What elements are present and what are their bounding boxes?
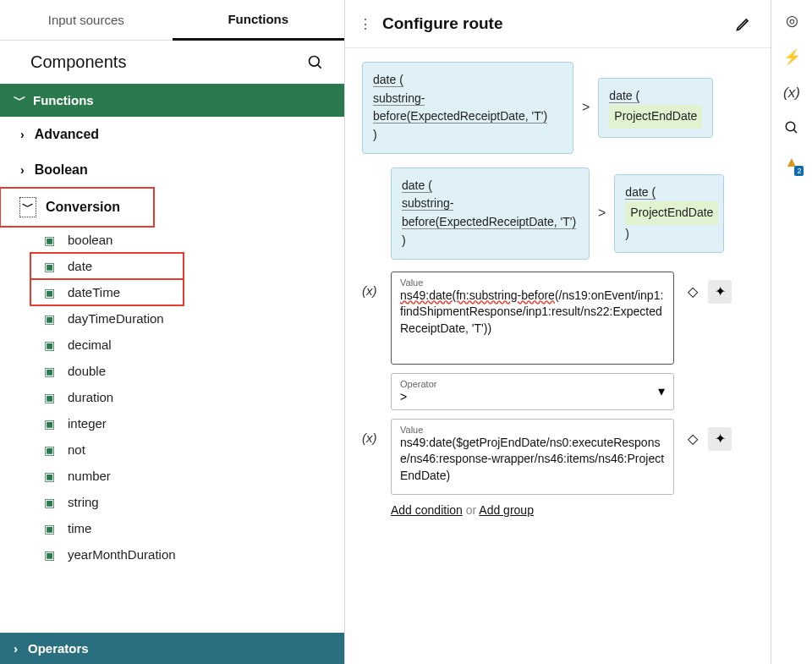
chevron-down-icon: ﹀ [14,92,26,108]
fn-decimal[interactable]: ▣decimal [0,332,344,358]
section-functions-label: Functions [33,93,94,107]
function-icon: ▣ [44,417,59,431]
svg-line-1 [318,64,321,68]
svg-point-0 [310,56,320,66]
function-icon: ▣ [44,365,59,378]
function-icon: ▣ [44,522,59,535]
group-advanced-label: Advanced [35,127,99,142]
fn-integer[interactable]: ▣integer [0,410,344,436]
chevron-right-icon: › [20,128,25,141]
fn-dateTime[interactable]: ▣dateTime [30,279,184,305]
expr-right-1[interactable]: date ( ProjectEndDate [598,78,713,138]
search-panel-icon[interactable] [784,120,799,135]
fn-number[interactable]: ▣number [0,463,344,489]
value-input-1[interactable]: Value ns49:date(fn:substring-before(/ns1… [391,272,674,365]
expr-left-2[interactable]: date ( substring-before(ExpectedReceiptD… [391,167,590,260]
value-row-2: (x) Value ns49:date($getProjEndDate/ns0:… [362,419,754,495]
section-operators-label: Operators [28,641,89,656]
chevron-right-icon: › [14,641,18,656]
settings-icon[interactable]: ✦ [708,427,732,451]
row-actions-1: ◇ ✦ [681,272,732,304]
page-title: Configure route [382,14,730,33]
section-operators[interactable]: › Operators [0,633,344,664]
function-icon: ▣ [44,496,59,509]
expr-right-2[interactable]: date ( ProjectEndDate ) [614,174,724,253]
function-icon: ▣ [44,286,59,299]
settings-icon[interactable]: ✦ [708,280,732,304]
value-input-2[interactable]: Value ns49:date($getProjEndDate/ns0:exec… [391,419,674,495]
function-icon: ▣ [44,338,59,352]
operator-select[interactable]: Operator > ▾ [391,373,674,410]
target-icon[interactable]: ◎ [786,12,798,30]
variable-panel-icon[interactable]: (x) [783,85,800,102]
fn-boolean[interactable]: ▣boolean [0,227,344,253]
fn-string[interactable]: ▣string [0,489,344,515]
chevron-right-icon: › [20,163,25,177]
function-icon: ▣ [44,443,59,457]
function-icon: ▣ [44,391,59,404]
svg-line-3 [793,129,797,133]
fn-dayTimeDuration[interactable]: ▣dayTimeDuration [0,305,344,332]
add-links: Add condition or Add group [391,503,754,517]
group-advanced[interactable]: › Advanced [0,117,344,152]
function-tree: › Advanced › Boolean ﹀ Conversion ▣boole… [0,117,344,633]
operator-symbol: > [582,100,590,115]
left-panel: Input sources Functions Components ﹀ Fun… [0,0,345,664]
function-icon: ▣ [44,548,59,562]
components-title: Components [30,52,126,72]
alert-icon[interactable]: ▲2 [785,154,799,171]
group-boolean-label: Boolean [35,162,88,178]
tab-functions[interactable]: Functions [173,0,345,41]
fn-yearMonthDuration[interactable]: ▣yearMonthDuration [0,541,344,568]
eraser-icon[interactable]: ◇ [681,427,705,451]
fn-date[interactable]: ▣date [30,253,184,279]
group-conversion[interactable]: ﹀ Conversion [0,188,154,227]
eraser-icon[interactable]: ◇ [681,280,705,304]
add-condition-link[interactable]: Add condition [391,503,463,517]
row-actions-2: ◇ ✦ [681,419,732,451]
chevron-down-icon: ﹀ [20,198,36,217]
tabs: Input sources Functions [0,0,344,41]
function-icon: ▣ [44,312,59,326]
variable-icon: (x) [362,419,384,445]
components-header: Components [0,41,344,84]
fn-double[interactable]: ▣double [0,358,344,384]
operator-symbol: > [598,206,606,221]
bolt-icon[interactable]: ⚡ [783,48,801,66]
edit-button[interactable] [730,10,757,37]
drag-handle-icon[interactable]: ⋮ [359,16,372,32]
add-group-link[interactable]: Add group [479,503,534,517]
configure-route-header: ⋮ Configure route [345,0,771,48]
alert-badge: 2 [794,166,804,176]
expression-row-1: date ( substring-before(ExpectedReceiptD… [362,62,754,154]
center-panel: ⋮ Configure route date ( substring-befor… [345,0,771,664]
expression-row-2: date ( substring-before(ExpectedReceiptD… [391,167,754,260]
function-icon: ▣ [44,469,59,483]
value-row-1: (x) Value ns49:date(fn:substring-before(… [362,272,754,365]
right-rail: ◎ ⚡ (x) ▲2 [771,0,812,664]
fn-not[interactable]: ▣not [0,436,344,463]
group-conversion-label: Conversion [46,200,120,215]
svg-point-2 [786,122,795,131]
variable-icon: (x) [362,272,384,298]
group-boolean[interactable]: › Boolean [0,152,344,188]
fn-time[interactable]: ▣time [0,515,344,541]
search-icon[interactable] [307,54,324,71]
expression-body: date ( substring-before(ExpectedReceiptD… [345,48,771,664]
section-functions[interactable]: ﹀ Functions [0,84,344,117]
function-icon: ▣ [44,260,59,273]
function-icon: ▣ [44,233,59,247]
tab-input-sources[interactable]: Input sources [0,0,173,41]
expr-left-1[interactable]: date ( substring-before(ExpectedReceiptD… [362,62,573,154]
chevron-down-icon: ▾ [658,383,665,399]
fn-duration[interactable]: ▣duration [0,384,344,410]
